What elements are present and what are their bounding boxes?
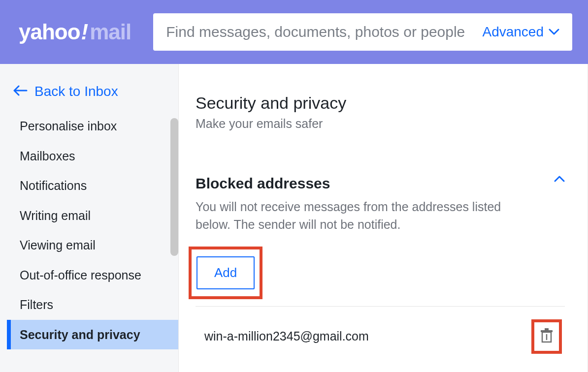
blocked-address-row: win-a-million2345@gmail.com — [196, 307, 565, 367]
sidebar-item-label: Filters — [20, 298, 53, 311]
delete-button-highlight — [531, 319, 562, 354]
chevron-down-icon — [549, 29, 559, 35]
chevron-up-icon — [554, 175, 565, 184]
section-title: Blocked addresses — [196, 175, 330, 192]
section-description: You will not receive messages from the a… — [196, 198, 511, 234]
svg-rect-1 — [545, 328, 549, 330]
page-title: Security and privacy — [196, 93, 565, 113]
sidebar-items: Personalise inbox Mailboxes Notification… — [0, 111, 178, 349]
sidebar-item-label: Personalise inbox — [20, 119, 117, 133]
sidebar-item-writing-email[interactable]: Writing email — [11, 201, 178, 231]
logo-product: mail — [90, 20, 131, 44]
sidebar-item-mailboxes[interactable]: Mailboxes — [11, 141, 178, 171]
blocked-email: win-a-million2345@gmail.com — [204, 329, 369, 343]
search-bar: Advanced — [153, 13, 572, 51]
content-area: Back to Inbox Personalise inbox Mailboxe… — [0, 64, 588, 372]
sidebar-item-notifications[interactable]: Notifications — [11, 171, 178, 201]
back-to-inbox-link[interactable]: Back to Inbox — [0, 79, 178, 111]
sidebar-item-label: Notifications — [20, 179, 87, 192]
delete-blocked-address-button[interactable] — [537, 325, 556, 348]
advanced-search-link[interactable]: Advanced — [482, 24, 559, 40]
back-label: Back to Inbox — [34, 84, 118, 99]
main-panel: Security and privacy Make your emails sa… — [178, 64, 588, 372]
page-subtitle: Make your emails safer — [196, 117, 565, 131]
search-input[interactable] — [166, 24, 477, 40]
add-blocked-address-button[interactable]: Add — [196, 256, 255, 289]
sidebar-item-label: Out-of-office response — [20, 268, 141, 282]
trash-icon — [539, 327, 554, 346]
yahoo-mail-logo[interactable]: yahoo ! mail — [19, 20, 131, 44]
sidebar-item-filters[interactable]: Filters — [11, 290, 178, 320]
app-header: yahoo ! mail Advanced — [0, 0, 588, 64]
sidebar-item-personalise-inbox[interactable]: Personalise inbox — [11, 111, 178, 141]
add-button-highlight: Add — [189, 247, 262, 299]
sidebar-item-security-privacy[interactable]: Security and privacy — [7, 320, 178, 350]
sidebar-scrollbar[interactable] — [170, 118, 178, 256]
settings-sidebar: Back to Inbox Personalise inbox Mailboxe… — [0, 64, 178, 372]
sidebar-item-viewing-email[interactable]: Viewing email — [11, 230, 178, 260]
sidebar-item-label: Mailboxes — [20, 149, 75, 163]
sidebar-item-label: Viewing email — [20, 238, 96, 252]
logo-brand: yahoo — [19, 20, 80, 44]
sidebar-item-label: Security and privacy — [20, 328, 140, 341]
arrow-left-icon — [13, 84, 28, 99]
sidebar-item-out-of-office[interactable]: Out-of-office response — [11, 260, 178, 290]
blocked-addresses-header[interactable]: Blocked addresses — [196, 175, 565, 198]
sidebar-item-label: Writing email — [20, 209, 91, 222]
blocked-addresses-list: win-a-million2345@gmail.com — [196, 306, 565, 367]
advanced-label: Advanced — [482, 24, 544, 40]
logo-bang: ! — [81, 20, 88, 44]
